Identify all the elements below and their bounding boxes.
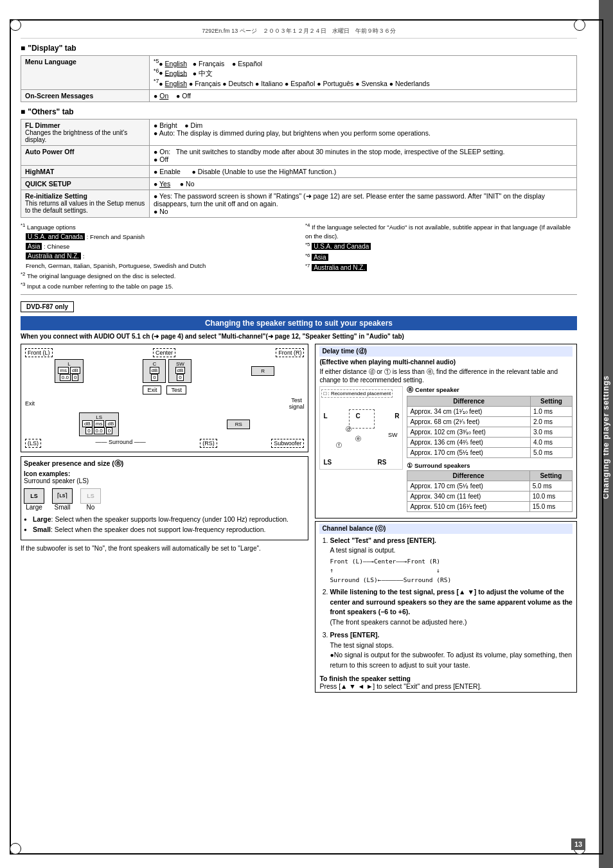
table-row: Approx. 510 cm (16¹⁄₂ feet)15.0 ms — [407, 501, 573, 511]
fn5: *5 U.S.A. and Canada — [305, 241, 577, 251]
delay-time-title: Delay time (ⓓ) — [319, 346, 573, 357]
main-content: 7292En.fm 13 ページ ２００３年１２月２４日 水曜日 午前９時３６分… — [21, 27, 577, 695]
rs-label: (RS) — [200, 439, 217, 448]
table-row: Approx. 34 cm (1¹⁄₁₀ feet)1.0 ms — [407, 406, 573, 416]
spk-r: R — [251, 366, 274, 376]
table-row: FL Dimmer Changes the brightness of the … — [21, 119, 577, 145]
header-text: 7292En.fm 13 ページ ２００３年１２月２４日 水曜日 午前９時３６分 — [202, 28, 396, 34]
fn1a: U.S.A. and Canada : French and Spanish — [26, 232, 292, 242]
center-spk-title: ⓐ Center speaker — [407, 386, 573, 394]
large-icon: LS — [24, 488, 44, 504]
changing-speaker-banner: Changing the speaker setting to suit you… — [21, 316, 577, 330]
icon-small: ⎡LS⎤ Small — [52, 488, 73, 511]
subwoofer-note: If the subwoofer is set to "No", the fro… — [21, 544, 308, 553]
table-row: HighMAT ● Enable ● Disable (Unable to us… — [21, 165, 577, 177]
auto-power-label: Auto Power Off — [21, 145, 150, 165]
dist-e: ⓔ — [355, 435, 361, 443]
display-settings-table: Menu Language *5English ● Français ● Esp… — [21, 55, 577, 102]
table-header-row: Difference Setting — [407, 396, 573, 406]
highmat-value: ● Enable ● Disable (Unable to use the Hi… — [150, 165, 577, 177]
spk-c: C dB 0 — [143, 359, 166, 383]
onscreen-value: ● On ● Off — [150, 89, 577, 102]
bottom-labels: (LS) —— Surround —— (RS) Subwoofer — [25, 439, 304, 448]
spk-l: L msdB 0.00 — [55, 359, 83, 383]
front-l-label: Front (L) — [25, 348, 53, 357]
room-r: R — [395, 412, 399, 420]
left-column: Front (L) Center Front (R) L msdB 0.00 — [21, 344, 308, 695]
table-row: Approx. 68 cm (2¹⁄₅ feet)2.0 ms — [407, 416, 573, 427]
corner-tl — [10, 19, 21, 31]
exit-btn[interactable]: Exit — [143, 385, 161, 394]
fn3: *3 Input a code number referring to the … — [21, 281, 292, 291]
rec-box — [349, 409, 375, 429]
table-row: Approx. 136 cm (4²⁄₅ feet)4.0 ms — [407, 437, 573, 447]
speaker-diagram-area: Front (L) Center Front (R) L msdB 0.00 — [21, 344, 308, 452]
test-btn[interactable]: Test — [166, 385, 186, 394]
finish-text: Press [▲ ▼ ◄ ►] to select "Exit" and pre… — [319, 682, 573, 690]
display-tab-header: "Display" tab — [21, 44, 577, 53]
center-delay-table: Difference Setting Approx. 34 cm (1¹⁄₁₀ … — [407, 396, 573, 458]
exit-area: Exit Testsignal — [25, 397, 304, 410]
setting-header2: Setting — [529, 470, 572, 481]
menu-language-value: *5English ● Français ● Español *6English… — [150, 56, 577, 90]
fn1: *1 Language options — [21, 222, 292, 232]
onscreen-label: On-Screen Messages — [21, 89, 150, 102]
table-header-row: Difference Setting — [407, 470, 573, 481]
no-icon: LS — [80, 488, 101, 504]
right-column: Delay time (ⓓ) (Effective when playing m… — [315, 344, 577, 695]
table-row: QUICK SETUP ● Yes ● No — [21, 177, 577, 190]
table-row: Re-initialize Setting This returns all v… — [21, 190, 577, 217]
diff-header2: Difference — [407, 470, 529, 481]
dvd-banner-text: DVD-F87 only — [21, 301, 74, 312]
exit-test-buttons: Exit Test — [25, 385, 304, 394]
icon-examples: LS Large ⎡LS⎤ Small LS No — [24, 488, 305, 511]
channel-balance-box: Channel balance (ⓒ) Select "Test" and pr… — [315, 521, 577, 693]
table-row: Menu Language *5English ● Français ● Esp… — [21, 56, 577, 90]
fn6: *6 Asia — [305, 252, 577, 262]
reinit-sublabel: This returns all values in the Setup men… — [25, 200, 145, 214]
reinit-label: Re-initialize Setting This returns all v… — [21, 190, 150, 217]
footnotes-right: *4 If the language selected for "Audio" … — [305, 222, 577, 292]
outer-border: 7292En.fm 13 ページ ２００３年１２月２４日 水曜日 午前９時３６分… — [10, 19, 603, 855]
signal-flow: Front (L)——→Center——→Front (R) ↑ ↓ Surro… — [330, 557, 573, 585]
page-container: Changing the player settings 7292En.fm 1… — [0, 0, 613, 868]
fn2: *2 The original language designed on the… — [21, 270, 292, 281]
subwoofer-label: Subwoofer — [271, 439, 304, 448]
delay-subtitle: (Effective when playing multi-channel au… — [319, 359, 573, 366]
fl-dimmer-label: FL Dimmer Changes the brightness of the … — [21, 119, 150, 145]
test-signal-label: Testsignal — [289, 397, 305, 410]
quick-setup-value: ● Yes ● No — [150, 177, 577, 190]
table-row: Approx. 340 cm (11 feet)10.0 ms — [407, 491, 573, 501]
auto-power-value: ● On: The unit switches to standby mode … — [150, 145, 577, 165]
others-tab-header: "Others" tab — [21, 107, 577, 116]
room-rs: RS — [377, 459, 386, 466]
footnotes-area: *1 Language options U.S.A. and Canada : … — [21, 222, 577, 292]
corner-bl — [10, 843, 21, 855]
menu-lang-row2: *6English ● 中文 — [154, 67, 573, 78]
highmat-label: HighMAT — [21, 165, 150, 177]
spk-rs: RS — [227, 420, 250, 429]
page-number: 13 — [571, 838, 585, 850]
center-label: Center — [153, 348, 175, 357]
table-row: Auto Power Off ● On: The unit switches t… — [21, 145, 577, 165]
quick-setup-label: QUICK SETUP — [21, 177, 150, 190]
surround-delay-table: Difference Setting Approx. 170 cm (5¹⁄₂ … — [407, 470, 573, 512]
two-col-layout: Front (L) Center Front (R) L msdB 0.00 — [21, 344, 577, 695]
delay-desc: If either distance ⓓ or ① is less than ⓔ… — [319, 368, 573, 384]
dvd-only-banner: DVD-F87 only — [21, 297, 577, 314]
fn4: *4 If the language selected for "Audio" … — [305, 222, 577, 242]
room-ls: LS — [323, 459, 332, 466]
front-r-label: Front (R) — [276, 348, 304, 357]
setting-header: Setting — [531, 396, 573, 406]
table-row: Approx. 170 cm (5¹⁄₂ feet)5.0 ms — [407, 481, 573, 491]
menu-lang-row3: *7● English ● Français ● Deutsch ● Itali… — [154, 78, 573, 87]
ls-label: (LS) — [25, 439, 41, 448]
icon-large: LS Large — [24, 488, 44, 511]
menu-lang-row1: *5English ● Français ● Español — [154, 58, 573, 67]
header-bar: 7292En.fm 13 ページ ２００３年１２月２４日 水曜日 午前９時３６分 — [21, 27, 577, 39]
fn1c: Australia and N.Z. : — [26, 251, 292, 261]
large-desc: Large: Select when the speaker supports … — [24, 515, 305, 524]
finish-section: To finish the speaker setting Press [▲ ▼… — [319, 675, 573, 690]
channel-balance-steps: Select "Test" and press [ENTER]. A test … — [319, 536, 573, 671]
room-l: L — [323, 412, 327, 420]
